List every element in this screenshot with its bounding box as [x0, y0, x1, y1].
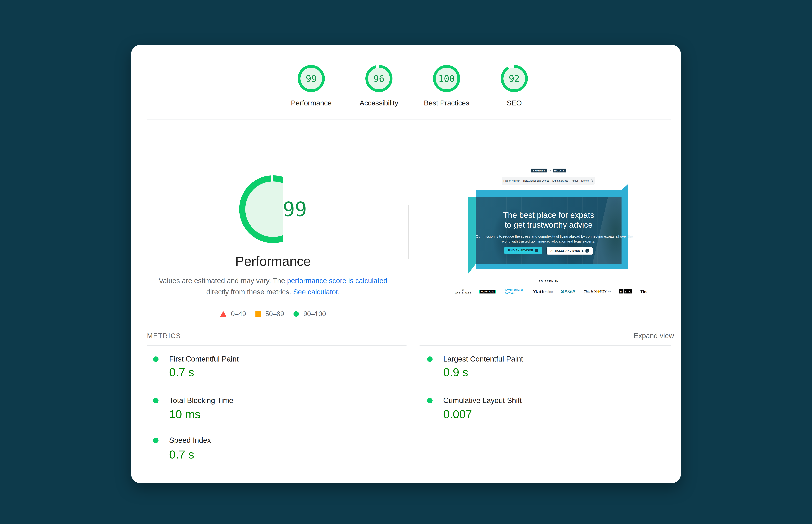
legend-average-label: 50–89	[265, 310, 284, 318]
performance-score-value: 99	[283, 197, 307, 221]
metric-divider	[420, 388, 671, 388]
huffpost-logo: HUFFPOST	[479, 290, 496, 294]
report-left-border	[141, 55, 141, 483]
category-gauge-accessibility[interactable]: 96	[366, 65, 392, 92]
online-wordmark: Online	[543, 290, 553, 294]
money-sun-icon	[597, 291, 600, 293]
see-calculator-link[interactable]: See calculator.	[293, 288, 340, 296]
metric-value: 0.007	[443, 408, 472, 421]
search-icon	[590, 179, 593, 182]
category-score: 100	[438, 73, 455, 84]
legend-fail-label: 0–49	[231, 310, 246, 318]
mail-wordmark: Mail	[532, 289, 543, 294]
bbc-logo: B B C	[619, 290, 632, 294]
times-wordmark: THE TIMES	[454, 291, 471, 294]
metric-value: 0.7 s	[169, 365, 194, 379]
this-is-money-logo: This is M NEY .co.uk	[584, 290, 611, 293]
category-label: SEO	[477, 99, 552, 107]
nav-label: Help, Advice and Events	[523, 179, 549, 182]
metric-divider	[147, 345, 406, 346]
intl-line1: INTERNATIONAL	[505, 289, 523, 292]
legend-pass-label: 90–100	[303, 310, 326, 318]
mailonline-logo: Mail Online	[532, 289, 553, 294]
legend-average: 50–89	[255, 310, 284, 318]
category-score: 99	[306, 73, 317, 84]
performance-section-title: Performance	[155, 253, 391, 269]
articles-events-label: ARTICLES AND EVENTS	[551, 249, 583, 252]
fail-triangle-icon	[220, 311, 226, 317]
header-divider	[147, 119, 671, 119]
hero-title: The best place for expats to get trustwo…	[476, 210, 622, 230]
category-gauge-performance[interactable]: 99	[298, 65, 325, 92]
nav-label: About	[572, 179, 578, 182]
metric-pass-dot-icon	[427, 357, 433, 362]
metric-divider	[147, 388, 406, 388]
category-score: 92	[509, 73, 520, 84]
chevron-down-icon: ▾	[550, 180, 551, 182]
bbc-letter: B	[624, 290, 628, 294]
find-advisor-label: FIND AN ADVISOR	[508, 249, 533, 252]
metric-pass-dot-icon	[427, 398, 433, 403]
metric-value: 0.7 s	[169, 448, 194, 461]
metric-pass-dot-icon	[153, 438, 158, 443]
nav-label: Expat Services	[552, 179, 568, 182]
category-gauge-best-practices[interactable]: 100	[433, 65, 460, 92]
the-times-logo: ♛ THE TIMES	[454, 289, 471, 294]
hero-mission-line2: world with trusted tax, finance, relocat…	[476, 239, 622, 244]
metric-pass-dot-icon	[153, 357, 158, 362]
metric-divider	[147, 428, 406, 428]
site-nav-item: Help, Advice and Events▾	[523, 179, 551, 182]
hero-title-line1: The best place for expats	[476, 210, 622, 220]
chevron-down-icon: ▾	[521, 180, 521, 182]
international-adviser-logo: INTERNATIONAL ADVISER	[505, 289, 523, 294]
find-advisor-button: FIND AN ADVISOR →	[504, 247, 542, 254]
category-gauge-seo[interactable]: 92	[501, 65, 528, 92]
expand-view-button[interactable]: Expand view	[634, 332, 674, 340]
logo-for-text: FOR	[548, 170, 551, 171]
average-square-icon	[255, 311, 261, 317]
telegraph-partial-logo: The	[640, 290, 647, 294]
press-logos-row: ♛ THE TIMES HUFFPOST INTERNATIONAL ADVIS…	[454, 286, 647, 297]
metric-name: First Contentful Paint	[169, 355, 239, 363]
metric-name: Largest Contentful Paint	[443, 355, 523, 363]
arrow-right-icon: →	[586, 249, 589, 252]
category-label: Performance	[274, 99, 349, 107]
metric-value: 0.9 s	[443, 365, 468, 379]
panel-separator	[408, 205, 409, 259]
metric-value: 10 ms	[169, 408, 201, 421]
hero-buttons: FIND AN ADVISOR → ARTICLES AND EVENTS →	[476, 247, 622, 255]
metrics-section-title: METRICS	[147, 332, 181, 340]
nav-label: Partners	[580, 179, 589, 182]
experts-for-expats-logo: EXPERTS FOR EXPATS	[454, 168, 643, 173]
category-score: 96	[373, 73, 384, 84]
money-text-a: This is M	[584, 290, 597, 293]
category-label: Best Practices	[409, 99, 484, 107]
chevron-down-icon: ▾	[569, 180, 570, 182]
legend-pass: 90–100	[293, 310, 326, 318]
times-crest-icon: ♛	[462, 289, 464, 291]
as-seen-in-heading: AS SEEN IN	[454, 280, 643, 283]
articles-events-button: ARTICLES AND EVENTS →	[546, 247, 593, 255]
score-legend: 0–49 50–89 90–100	[155, 310, 391, 318]
site-nav-item: Expat Services▾	[552, 179, 570, 182]
metric-name: Cumulative Layout Shift	[443, 396, 522, 405]
logo-experts-badge: EXPERTS	[531, 168, 547, 173]
intl-line2: ADVISER	[505, 292, 523, 294]
calculator-link[interactable]: performance score is calculated	[287, 277, 387, 285]
category-label: Accessibility	[342, 99, 416, 107]
money-text-b: NEY	[600, 290, 607, 293]
thumbnail-divider	[457, 298, 643, 298]
saga-logo: SAGA	[561, 289, 576, 294]
performance-gauge: 99	[239, 175, 307, 243]
screenshot-root: 99Performance96Accessibility100Best Prac…	[0, 0, 812, 524]
hero-mission: Our mission is to reduce the stress and …	[476, 234, 622, 244]
arrow-right-icon: →	[535, 249, 538, 252]
money-suffix: .co.uk	[606, 291, 611, 292]
site-nav-item: Find an Advisor▾	[504, 179, 522, 182]
hero-mission-line1: Our mission is to reduce the stress and …	[476, 234, 622, 239]
bbc-letter: B	[619, 290, 623, 294]
logo-expats-badge: EXPATS	[553, 168, 566, 173]
site-nav-item: Partners	[580, 179, 589, 182]
site-nav-item: About	[572, 179, 578, 182]
hero-title-line2: to get trustworthy advice	[476, 220, 622, 230]
